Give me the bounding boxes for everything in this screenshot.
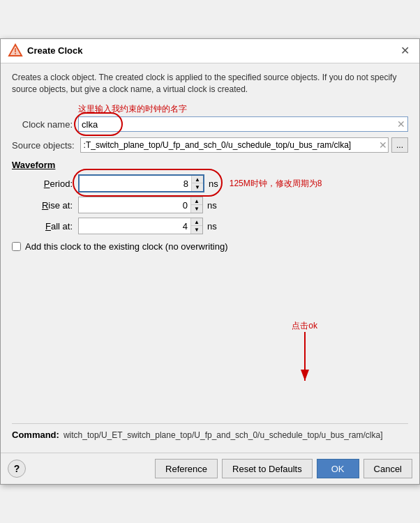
fall-row: Fall at: ▲ ▼ ns [12,218,408,234]
source-objects-input[interactable] [80,137,389,153]
period-down-button[interactable]: ▼ [192,183,203,191]
clock-name-clear-button[interactable]: ✕ [396,119,407,130]
clock-name-section: 这里输入我约束的时钟的名字 Clock name: ✕ [12,103,408,132]
svg-point-3 [15,53,16,54]
ok-arrow-svg [294,332,315,388]
ok-button[interactable]: OK [317,459,359,478]
fall-down-button[interactable]: ▼ [191,226,202,234]
rise-label-rest: ise at: [48,200,73,211]
clock-name-label: Clock name: [12,119,78,130]
period-annotation: 125M时钟，修改周期为8 [230,178,322,190]
empty-space: 点击ok [12,257,408,418]
clock-name-input-wrap: ✕ [78,116,408,132]
command-row: Command: witch_top/U_ET_switch_plane_top… [12,430,408,440]
waveform-title: Waveform [12,160,408,170]
period-label-rest: eriod: [50,179,73,189]
arrow-container: 点击ok [12,257,408,418]
period-row: Period: ▲ ▼ ns 125 [12,174,408,192]
period-spin-wrap: ▲ ▼ [78,174,204,192]
command-value: witch_top/U_ET_switch_plane_top/U_fp_and… [63,430,408,440]
rise-row: Rise at: ▲ ▼ ns [12,197,408,213]
source-objects-row: Source objects: ✕ ... [12,137,408,153]
button-row: ? Reference Reset to Defaults OK Cancel [1,453,419,484]
rise-up-button[interactable]: ▲ [191,197,202,205]
rise-spin-buttons: ▲ ▼ [190,197,202,213]
no-overwrite-checkbox[interactable] [12,242,21,251]
period-section: Period: ▲ ▼ ns 125 [12,174,408,192]
command-label: Command: [12,430,59,440]
divider [12,423,408,424]
fall-label-rest: all at: [51,221,73,232]
reference-button[interactable]: Reference [155,459,218,478]
ok-annotation: 点击ok [292,320,317,390]
period-input-group: ▲ ▼ [78,174,204,192]
source-clear-button[interactable]: ✕ [379,139,387,151]
title-bar-left: Create Clock [8,43,82,59]
period-spin-buttons: ▲ ▼ [191,176,203,191]
fall-unit: ns [207,221,217,232]
rise-spin-wrap: ▲ ▼ [78,197,203,213]
source-objects-label: Source objects: [12,140,80,151]
rise-unit: ns [207,200,217,211]
clock-name-annotation: 这里输入我约束的时钟的名字 [78,103,408,115]
description-text: Creates a clock object. The created cloc… [12,72,408,96]
period-unit: ns [209,179,218,189]
dialog-title: Create Clock [27,45,82,56]
source-browse-button[interactable]: ... [391,137,408,153]
fall-input[interactable] [79,218,190,234]
fall-spin-buttons: ▲ ▼ [190,218,202,234]
fall-label: Fall at: [12,221,78,232]
close-button[interactable]: ✕ [398,44,412,57]
checkbox-row: Add this clock to the existing clock (no… [12,241,408,252]
rise-label: Rise at: [12,200,78,211]
fall-up-button[interactable]: ▲ [191,218,202,226]
title-bar: Create Clock ✕ [1,39,419,63]
dialog-body: Creates a clock object. The created cloc… [1,63,419,453]
waveform-section: Waveform Period: ▲ ▼ [12,160,408,234]
cancel-button[interactable]: Cancel [363,459,412,478]
create-clock-dialog: Create Clock ✕ Creates a clock object. T… [0,38,420,485]
clock-name-input[interactable] [78,116,408,132]
clock-name-row: Clock name: ✕ [12,116,408,132]
source-objects-input-group: ✕ ... [80,137,408,153]
period-input[interactable] [80,176,191,191]
rise-input[interactable] [79,197,190,213]
help-button[interactable]: ? [8,460,26,478]
no-overwrite-label[interactable]: Add this clock to the existing clock (no… [25,241,227,252]
period-label: Period: [12,179,78,189]
period-up-button[interactable]: ▲ [192,176,203,183]
rise-down-button[interactable]: ▼ [191,205,202,213]
fall-spin-wrap: ▲ ▼ [78,218,203,234]
reset-button[interactable]: Reset to Defaults [222,459,313,478]
app-icon [8,43,23,59]
source-input-wrap: ✕ [80,137,389,153]
